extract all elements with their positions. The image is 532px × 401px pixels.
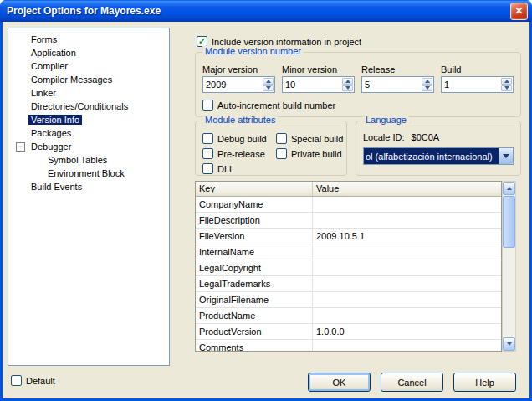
checkbox-box[interactable] [276, 133, 287, 144]
table-row-fileversion[interactable]: FileVersion2009.10.5.1 [196, 229, 501, 244]
ok-button[interactable]: OK [308, 373, 371, 392]
table-header-key[interactable]: Key [196, 182, 313, 196]
sidebar-item-symbol-tables[interactable]: Symbol Tables [8, 153, 169, 167]
sidebar-item-label: Build Events [28, 182, 84, 192]
dll-checkbox[interactable]: DLL [202, 162, 276, 175]
key-cell[interactable]: LegalCopyright [196, 260, 313, 275]
sidebar-item-directories-conditionals[interactable]: Directories/Conditionals [8, 100, 169, 113]
sidebar-item-build-events[interactable]: Build Events [8, 180, 169, 193]
value-cell[interactable]: 2009.10.5.1 [313, 229, 501, 244]
checkbox-box[interactable] [11, 375, 22, 386]
sidebar-item-compiler[interactable]: Compiler [8, 59, 169, 73]
table-scrollbar[interactable] [502, 181, 516, 352]
special-build-checkbox[interactable]: Special build [276, 132, 343, 145]
minor-version-input[interactable]: 10 [282, 76, 355, 93]
table-row-originalfilename[interactable]: OriginalFilename [196, 292, 501, 308]
spin-down-icon[interactable] [263, 85, 274, 92]
spin-down-icon[interactable] [501, 85, 512, 92]
table-row-legalcopyright[interactable]: LegalCopyright [196, 260, 501, 276]
table-header: Key Value [196, 182, 501, 197]
major-version-input[interactable]: 2009 [202, 76, 275, 93]
chevron-down-icon[interactable] [499, 148, 513, 164]
spin-up-icon[interactable] [422, 78, 432, 85]
table-row-productversion[interactable]: ProductVersion1.0.0.0 [196, 324, 501, 340]
spin-buttons [341, 77, 354, 92]
language-select[interactable]: ol (alfabetización internacional) [363, 147, 514, 165]
table-row-filedescription[interactable]: FileDescription [196, 213, 501, 229]
checkbox-box[interactable] [202, 133, 213, 144]
key-cell[interactable]: FileVersion [196, 229, 313, 244]
collapse-icon[interactable]: − [16, 142, 25, 152]
close-icon[interactable]: ✕ [510, 3, 528, 20]
field-label: Major version [202, 64, 275, 75]
table-row-comments[interactable]: Comments [196, 340, 501, 352]
spin-down-icon[interactable] [422, 85, 432, 92]
key-cell[interactable]: Comments [196, 340, 313, 352]
language-selected-option[interactable]: ol (alfabetización internacional) [364, 148, 499, 164]
checkbox-box[interactable] [202, 163, 213, 174]
value-cell[interactable] [313, 260, 501, 275]
value-cell[interactable] [313, 244, 501, 260]
sidebar-item-label: Symbol Tables [45, 155, 110, 165]
sidebar-item-debugger[interactable]: −Debugger [8, 140, 169, 153]
pre-release-checkbox[interactable]: Pre-release [202, 147, 276, 160]
scroll-down-icon[interactable] [503, 337, 515, 351]
key-cell[interactable]: CompanyName [196, 197, 313, 212]
spin-value[interactable]: 10 [283, 77, 341, 92]
sidebar-item-application[interactable]: Application [8, 46, 169, 59]
sidebar-item-linker[interactable]: Linker [8, 86, 169, 100]
table-row-productname[interactable]: ProductName [196, 308, 501, 324]
key-cell[interactable]: InternalName [196, 244, 313, 260]
value-cell[interactable] [313, 276, 501, 291]
release-input[interactable]: 5 [361, 76, 434, 93]
key-cell[interactable]: OriginalFilename [196, 292, 313, 307]
checkbox-box[interactable] [202, 100, 213, 111]
spin-up-icon[interactable] [342, 78, 353, 85]
spin-value[interactable]: 2009 [203, 77, 262, 92]
spin-up-icon[interactable] [263, 78, 274, 85]
build-input[interactable]: 1 [441, 76, 514, 93]
spin-value[interactable]: 1 [442, 77, 500, 92]
table-row-legaltrademarks[interactable]: LegalTrademarks [196, 276, 501, 292]
checkbox-box[interactable] [276, 148, 287, 159]
sidebar-item-compiler-messages[interactable]: Compiler Messages [8, 73, 169, 86]
table-row-internalname[interactable]: InternalName [196, 244, 501, 260]
sidebar-item-label: Version Info [28, 115, 82, 125]
value-cell[interactable] [313, 197, 501, 212]
scroll-up-icon[interactable] [503, 182, 515, 195]
field-major-version: Major version2009 [202, 64, 275, 93]
cancel-button[interactable]: Cancel [381, 373, 443, 392]
spin-up-icon[interactable] [501, 78, 512, 85]
sidebar-item-label: Environment Block [45, 168, 127, 178]
key-cell[interactable]: ProductName [196, 308, 313, 323]
module-attributes-grid: Debug buildPre-releaseDLLSpecial buildPr… [202, 132, 346, 177]
key-cell[interactable]: FileDescription [196, 213, 313, 228]
spin-down-icon[interactable] [342, 85, 353, 92]
title-bar[interactable]: Project Options for Mayores.exe ✕ [0, 0, 532, 22]
key-cell[interactable]: LegalTrademarks [196, 276, 313, 291]
checkbox-label: Special build [291, 134, 343, 144]
auto-increment-slot: Auto-increment build number [202, 99, 520, 111]
private-build-checkbox[interactable]: Private build [276, 147, 343, 160]
help-button[interactable]: Help [453, 373, 516, 392]
sidebar-item-version-info[interactable]: Version Info [8, 113, 169, 126]
value-cell[interactable] [313, 340, 501, 352]
value-cell[interactable] [313, 213, 501, 228]
sidebar-item-packages[interactable]: Packages [8, 126, 169, 140]
spin-value[interactable]: 5 [362, 77, 421, 92]
scrollbar-thumb[interactable] [503, 196, 515, 248]
debug-build-checkbox[interactable]: Debug build [202, 132, 276, 145]
checkbox-box[interactable] [202, 148, 213, 159]
table-row-companyname[interactable]: CompanyName [196, 197, 501, 213]
sidebar-item-forms[interactable]: Forms [8, 33, 169, 46]
auto-increment-checkbox[interactable]: Auto-increment build number [202, 99, 520, 111]
default-checkbox[interactable]: Default [11, 374, 55, 387]
module-attributes-caption: Module attributes [202, 115, 278, 125]
key-cell[interactable]: ProductVersion [196, 324, 313, 339]
value-cell[interactable] [313, 292, 501, 307]
table-header-value[interactable]: Value [313, 182, 501, 196]
value-cell[interactable]: 1.0.0.0 [313, 324, 501, 339]
sidebar-item-environment-block[interactable]: Environment Block [8, 167, 169, 180]
value-cell[interactable] [313, 308, 501, 323]
checkbox-label: DLL [217, 164, 234, 174]
